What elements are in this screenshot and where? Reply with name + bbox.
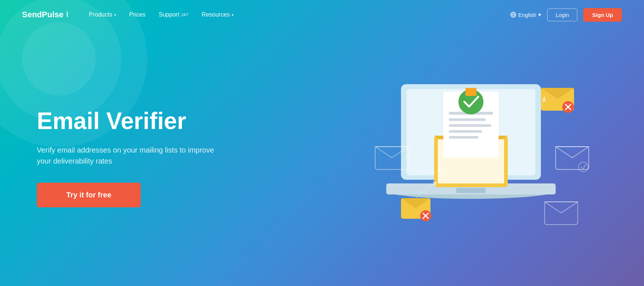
svg-rect-18 — [449, 136, 478, 139]
globe-icon — [510, 12, 516, 18]
svg-rect-16 — [449, 124, 491, 127]
email-verifier-illustration — [327, 40, 615, 275]
page-wrapper: SendPulse⌇ Products ▾ Prices Support24/7… — [0, 0, 644, 286]
chevron-down-icon: ▾ — [538, 11, 541, 18]
lang-label: English — [518, 12, 536, 18]
logo[interactable]: SendPulse⌇ — [22, 10, 69, 19]
svg-rect-17 — [449, 130, 482, 133]
nav-products[interactable]: Products ▾ — [84, 8, 121, 21]
svg-marker-29 — [556, 147, 589, 158]
signup-button[interactable]: Sign Up — [583, 8, 622, 22]
cta-button[interactable]: Try it for free — [37, 183, 141, 207]
hero-text: Email Verifier Verify email addresses on… — [37, 108, 228, 207]
svg-marker-32 — [545, 202, 578, 213]
login-button[interactable]: Login — [547, 8, 578, 21]
svg-rect-15 — [449, 118, 486, 121]
nav-links: Products ▾ Prices Support24/7 Resources … — [84, 8, 510, 21]
chevron-down-icon: ▾ — [114, 13, 116, 17]
nav-resources[interactable]: Resources ▾ — [197, 8, 239, 21]
svg-rect-20 — [465, 88, 476, 96]
hero-section: Email Verifier Verify email addresses on… — [0, 29, 644, 286]
hero-title: Email Verifier — [37, 108, 228, 134]
logo-pulse-icon: ⌇ — [66, 11, 69, 19]
nav-right: English ▾ Login Sign Up — [510, 8, 622, 22]
nav-support[interactable]: Support24/7 — [154, 8, 194, 21]
nav-prices[interactable]: Prices — [124, 8, 151, 21]
hero-illustration — [320, 29, 622, 286]
navbar: SendPulse⌇ Products ▾ Prices Support24/7… — [0, 0, 644, 29]
logo-text: SendPulse — [22, 10, 63, 19]
hero-subtitle: Verify email addresses on your mailing l… — [37, 144, 228, 167]
chevron-down-icon: ▾ — [232, 13, 233, 17]
svg-point-30 — [578, 162, 588, 172]
svg-rect-9 — [456, 188, 486, 193]
language-selector[interactable]: English ▾ — [510, 11, 541, 18]
